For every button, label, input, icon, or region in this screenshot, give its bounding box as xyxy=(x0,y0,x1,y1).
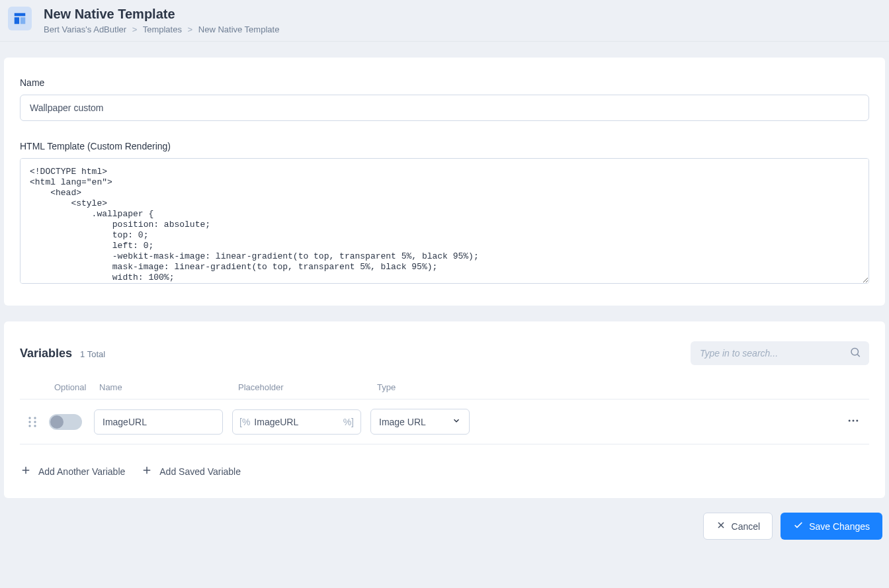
chevron-down-icon xyxy=(452,416,461,427)
svg-point-3 xyxy=(851,349,859,356)
save-changes-button[interactable]: Save Changes xyxy=(781,513,882,540)
variables-search-input[interactable] xyxy=(691,341,869,365)
col-optional-header: Optional xyxy=(54,382,99,392)
name-input[interactable] xyxy=(20,95,869,121)
breadcrumb-current: New Native Template xyxy=(198,24,280,34)
svg-point-5 xyxy=(28,417,30,419)
html-template-textarea[interactable] xyxy=(20,158,869,284)
svg-point-10 xyxy=(34,425,36,427)
page-title: New Native Template xyxy=(44,7,279,22)
search-icon xyxy=(849,347,861,360)
add-saved-variable-label: Add Saved Variable xyxy=(159,466,241,477)
name-label: Name xyxy=(20,77,869,88)
placeholder-suffix: %] xyxy=(343,417,354,427)
variable-name-input[interactable] xyxy=(94,409,223,435)
variable-row-actions[interactable] xyxy=(843,410,864,433)
svg-point-13 xyxy=(856,420,858,422)
variable-row: [% %] Image URL xyxy=(20,399,869,444)
svg-rect-2 xyxy=(21,17,25,24)
save-label: Save Changes xyxy=(809,521,870,532)
svg-rect-1 xyxy=(15,17,19,24)
svg-point-11 xyxy=(849,420,851,422)
breadcrumb-root[interactable]: Bert Varias's AdButler xyxy=(44,24,126,34)
drag-handle-icon[interactable] xyxy=(25,416,40,428)
col-type-header: Type xyxy=(377,382,476,392)
variables-table-header: Optional Name Placeholder Type xyxy=(20,376,869,399)
add-saved-variable-button[interactable]: Add Saved Variable xyxy=(141,464,241,478)
variables-title: Variables xyxy=(20,347,72,360)
footer-actions: Cancel Save Changes xyxy=(0,498,889,553)
add-another-variable-button[interactable]: Add Another Variable xyxy=(20,464,125,478)
breadcrumb-templates[interactable]: Templates xyxy=(143,24,182,34)
variable-placeholder-input[interactable] xyxy=(250,410,343,434)
add-another-variable-label: Add Another Variable xyxy=(38,466,125,477)
svg-point-8 xyxy=(34,421,36,423)
col-placeholder-header: Placeholder xyxy=(238,382,377,392)
template-form-card: Name HTML Template (Custom Rendering) xyxy=(4,58,885,306)
svg-point-9 xyxy=(28,425,30,427)
variable-type-select[interactable]: Image URL xyxy=(370,409,470,435)
variables-card: Variables 1 Total Optional Name Placehol… xyxy=(4,321,885,498)
plus-icon xyxy=(20,464,32,478)
col-name-header: Name xyxy=(99,382,238,392)
placeholder-prefix: [% xyxy=(239,417,250,427)
variable-type-value: Image URL xyxy=(379,417,426,427)
page-header: New Native Template Bert Varias's AdButl… xyxy=(0,0,889,42)
svg-point-6 xyxy=(34,417,36,419)
cancel-button[interactable]: Cancel xyxy=(703,513,773,540)
plus-icon xyxy=(141,464,153,478)
svg-point-12 xyxy=(853,420,855,422)
svg-rect-0 xyxy=(15,13,26,17)
cancel-label: Cancel xyxy=(732,521,761,532)
check-icon xyxy=(793,520,804,532)
svg-line-4 xyxy=(857,355,859,357)
breadcrumb: Bert Varias's AdButler > Templates > New… xyxy=(44,24,279,34)
close-icon xyxy=(716,520,726,532)
variable-placeholder-field[interactable]: [% %] xyxy=(232,409,361,435)
optional-toggle[interactable] xyxy=(49,414,82,430)
svg-point-7 xyxy=(28,421,30,423)
variables-count: 1 Total xyxy=(80,349,105,359)
html-template-label: HTML Template (Custom Rendering) xyxy=(20,141,869,151)
template-icon xyxy=(8,7,32,30)
